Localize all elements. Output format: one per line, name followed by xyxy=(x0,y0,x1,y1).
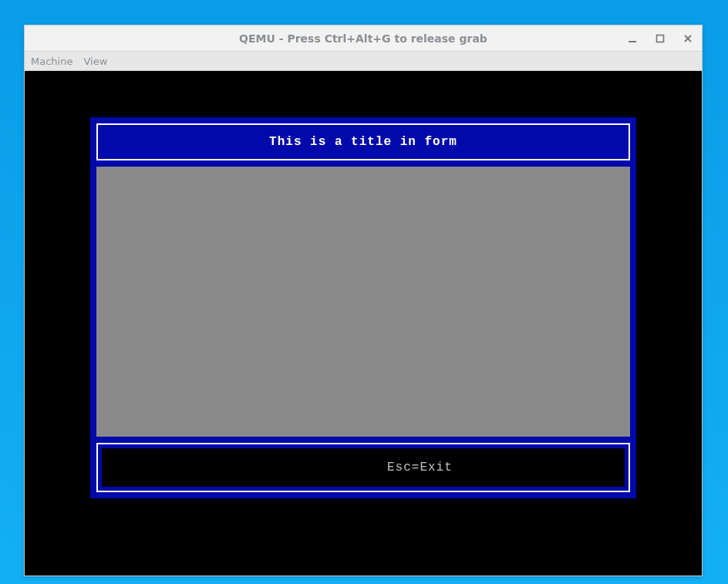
form-footer: Esc=Exit xyxy=(96,443,630,492)
maximize-button[interactable] xyxy=(651,29,669,48)
window-controls xyxy=(623,25,697,51)
minimize-icon xyxy=(628,34,637,43)
form-body[interactable] xyxy=(96,167,630,437)
svg-rect-0 xyxy=(629,41,636,42)
vm-display-area[interactable]: This is a title in form Esc=Exit xyxy=(25,71,702,576)
maximize-icon xyxy=(656,34,665,43)
form-title-text: This is a title in form xyxy=(269,135,457,149)
form-title: This is a title in form xyxy=(96,123,630,160)
minimize-button[interactable] xyxy=(623,29,642,48)
window-title: QEMU - Press Ctrl+Alt+G to release grab xyxy=(239,32,487,45)
svg-rect-1 xyxy=(657,35,664,42)
form-footer-inner: Esc=Exit xyxy=(102,448,625,487)
menubar: Machine View xyxy=(25,52,702,71)
close-icon xyxy=(683,34,693,43)
qemu-window: QEMU - Press Ctrl+Alt+G to release grab … xyxy=(24,25,703,576)
menu-view[interactable]: View xyxy=(83,56,107,67)
menu-machine[interactable]: Machine xyxy=(31,56,72,67)
close-button[interactable] xyxy=(679,29,697,48)
footer-hint: Esc=Exit xyxy=(387,461,453,474)
titlebar[interactable]: QEMU - Press Ctrl+Alt+G to release grab xyxy=(25,25,702,52)
form-frame: This is a title in form Esc=Exit xyxy=(90,117,636,498)
